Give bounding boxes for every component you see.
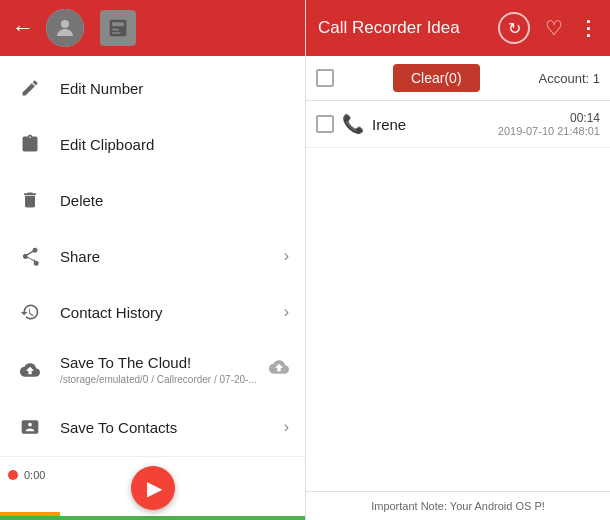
menu-item-delete[interactable]: Delete (0, 172, 305, 228)
call-item-checkbox[interactable] (316, 115, 334, 133)
more-options-button[interactable]: ⋮ (578, 16, 598, 40)
left-panel: ← Edit Number (0, 0, 305, 520)
call-contact-name: Irene (372, 116, 498, 133)
playback-time: 0:00 (24, 469, 45, 481)
svg-rect-2 (112, 22, 124, 26)
edit-number-icon (16, 74, 44, 102)
share-icon (16, 242, 44, 270)
share-label: Share (60, 248, 284, 265)
contact-history-icon (16, 298, 44, 326)
edit-clipboard-icon (16, 130, 44, 158)
back-button[interactable]: ← (12, 17, 34, 39)
call-list-toolbar: Clear(0) Account: 1 (306, 56, 610, 101)
select-all-checkbox[interactable] (316, 69, 334, 87)
call-date: 2019-07-10 21:48:01 (498, 125, 600, 137)
menu-item-edit-number[interactable]: Edit Number (0, 60, 305, 116)
menu-item-share[interactable]: Share › (0, 228, 305, 284)
save-to-contacts-label: Save To Contacts (60, 419, 284, 436)
menu-item-save-to-cloud[interactable]: Save To The Cloud! /storage/emulated/0 /… (0, 340, 305, 399)
call-list: 📞 Irene 00:14 2019-07-10 21:48:01 (306, 101, 610, 491)
green-progress-strip (0, 516, 305, 520)
edit-number-label: Edit Number (60, 80, 289, 97)
play-button[interactable]: ▶ (131, 466, 175, 510)
phone-icon: 📞 (342, 113, 364, 135)
play-icon: ▶ (147, 476, 162, 500)
delete-icon (16, 186, 44, 214)
save-to-cloud-label: Save To The Cloud! (60, 354, 191, 371)
call-duration: 00:14 (498, 111, 600, 125)
menu-item-edit-clipboard[interactable]: Edit Clipboard (0, 116, 305, 172)
avatar-image (46, 9, 84, 47)
right-panel: Call Recorder Idea ↻ ♡ ⋮ Clear(0) Accoun… (305, 0, 610, 520)
menu-item-contact-history[interactable]: Contact History › (0, 284, 305, 340)
save-to-contacts-chevron-icon: › (284, 418, 289, 436)
call-list-item[interactable]: 📞 Irene 00:14 2019-07-10 21:48:01 (306, 101, 610, 148)
clear-button[interactable]: Clear(0) (393, 64, 480, 92)
svg-point-0 (61, 20, 69, 28)
heart-icon: ♡ (545, 16, 563, 40)
left-header: ← (0, 0, 305, 56)
right-footer: Important Note: Your Android OS P! (306, 491, 610, 520)
right-header: Call Recorder Idea ↻ ♡ ⋮ (306, 0, 610, 56)
right-title: Call Recorder Idea (318, 18, 490, 38)
avatar (46, 9, 84, 47)
menu-item-save-to-contacts[interactable]: Save To Contacts › (0, 399, 305, 455)
delete-label: Delete (60, 192, 289, 209)
save-contacts-icon (16, 413, 44, 441)
playback-bar: 0:00 ▶ (0, 456, 305, 520)
contact-history-label: Contact History (60, 304, 284, 321)
footer-text: Important Note: Your Android OS P! (371, 500, 545, 512)
sync-button[interactable]: ↻ (498, 12, 530, 44)
cloud-upload-icon (269, 357, 289, 382)
contact-card-thumbnail (100, 10, 136, 46)
save-cloud-icon (16, 356, 44, 384)
svg-rect-3 (112, 29, 119, 31)
account-label: Account: 1 (539, 71, 600, 86)
edit-clipboard-label: Edit Clipboard (60, 136, 289, 153)
svg-rect-4 (112, 32, 120, 34)
save-to-cloud-sublabel: /storage/emulated/0 / Callrecorder / 07-… (60, 374, 269, 385)
sync-icon: ↻ (508, 19, 521, 38)
menu-list: Edit Number Edit Clipboard Delete (0, 56, 305, 456)
contact-history-chevron-icon: › (284, 303, 289, 321)
recording-dot (8, 470, 18, 480)
share-chevron-icon: › (284, 247, 289, 265)
favorites-button[interactable]: ♡ (538, 12, 570, 44)
svg-rect-1 (110, 20, 127, 37)
call-meta: 00:14 2019-07-10 21:48:01 (498, 111, 600, 137)
